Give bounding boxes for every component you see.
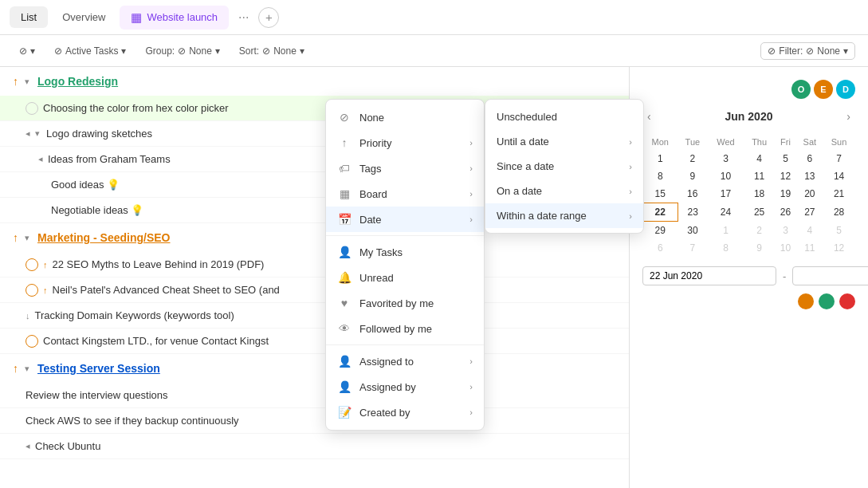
cal-day[interactable]: 2 — [744, 222, 775, 240]
cal-day[interactable]: 9 — [744, 239, 775, 257]
menu-divider — [326, 235, 484, 236]
cal-day[interactable]: 12 — [823, 239, 855, 257]
cal-day[interactable]: 11 — [796, 239, 823, 257]
cal-next-button[interactable]: › — [842, 108, 855, 124]
filter-priority-item[interactable]: ↑ Priority › — [326, 130, 484, 155]
priority-label: Priority — [359, 137, 391, 149]
cal-day[interactable]: 2 — [678, 150, 708, 167]
active-tasks-chevron: ▾ — [121, 45, 126, 57]
cal-day[interactable]: 7 — [678, 239, 708, 257]
cal-day[interactable]: 1 — [708, 222, 744, 240]
cal-day[interactable]: 1 — [643, 150, 678, 167]
date-on-item[interactable]: On a date › — [485, 179, 643, 203]
cal-day[interactable]: 8 — [708, 239, 744, 257]
cal-day[interactable]: 5 — [823, 222, 855, 240]
section-title-logo[interactable]: Logo Redesign — [37, 75, 118, 88]
cal-day[interactable]: 28 — [823, 203, 855, 222]
cal-day[interactable]: 23 — [678, 203, 708, 222]
cal-day[interactable]: 25 — [744, 203, 775, 222]
cal-day[interactable]: 14 — [823, 167, 855, 185]
cal-day[interactable]: 5 — [775, 150, 796, 167]
cal-day[interactable]: 11 — [744, 167, 775, 185]
task-checkbox[interactable] — [26, 284, 38, 297]
filter-createdby-item[interactable]: 📝 Created by › — [326, 399, 484, 425]
color-dot-orange[interactable] — [798, 293, 814, 309]
cal-day[interactable]: 18 — [744, 185, 775, 203]
collapse-icon[interactable]: ▾ — [35, 128, 40, 139]
date-from-input[interactable] — [642, 266, 776, 285]
task-neil-patel[interactable]: ↑ Neil's Patel's Advanced Cheat Sheet to… — [0, 277, 629, 303]
cal-day[interactable]: 4 — [796, 222, 823, 240]
sort-button[interactable]: Sort: ⊘ None ▾ — [233, 42, 311, 60]
tab-list[interactable]: List — [10, 6, 48, 28]
filter-board-item[interactable]: ▦ Board › — [326, 181, 484, 207]
task-checkbox[interactable] — [26, 258, 38, 271]
cal-day[interactable]: 29 — [643, 222, 678, 240]
filter-button[interactable]: ⊘ ▾ — [13, 42, 41, 60]
cal-day[interactable]: 20 — [796, 185, 823, 203]
color-dot-red[interactable] — [839, 293, 855, 309]
color-dot-green[interactable] — [819, 293, 835, 309]
cal-day[interactable]: 3 — [708, 150, 744, 167]
date-until-item[interactable]: Until a date › — [485, 129, 643, 154]
collapse-icon[interactable]: ▾ — [25, 364, 29, 374]
cal-day[interactable]: 6 — [796, 150, 823, 167]
cal-day[interactable]: 27 — [796, 203, 823, 222]
task-seo-myths[interactable]: ↑ 22 SEO Myths to Leave Behind in 2019 (… — [0, 252, 629, 277]
section-title-testing[interactable]: Testing Server Session — [37, 362, 160, 375]
cal-day[interactable]: 17 — [708, 185, 744, 203]
filter-none-item[interactable]: ⊘ None — [326, 104, 484, 130]
active-tasks-button[interactable]: ⊘ Active Tasks ▾ — [48, 42, 132, 60]
filter-assignedto-item[interactable]: 👤 Assigned to › — [326, 348, 484, 374]
filter-followed-item[interactable]: 👁 Followed by me — [326, 316, 484, 341]
tab-website-launch[interactable]: ▦ Website launch — [120, 6, 229, 30]
cal-day[interactable]: 8 — [643, 167, 678, 185]
collapse-icon[interactable]: ▾ — [25, 233, 29, 243]
task-contact-kingstem[interactable]: Contact Kingstem LTD., for venue Contact… — [0, 329, 629, 354]
filter-mytasks-item[interactable]: 👤 My Tasks — [326, 239, 484, 265]
task-tracking-domain[interactable]: ↓ Tracking Domain Keywords (keywords too… — [0, 303, 629, 329]
priority-icon-down: ↓ — [26, 311, 30, 321]
cal-day[interactable]: 10 — [775, 239, 796, 257]
cal-day[interactable]: 16 — [678, 185, 708, 203]
cal-day[interactable]: 3 — [775, 222, 796, 240]
cal-day[interactable]: 21 — [823, 185, 855, 203]
cal-day[interactable]: 10 — [708, 167, 744, 185]
cal-day[interactable]: 19 — [775, 185, 796, 203]
cal-day[interactable]: 12 — [775, 167, 796, 185]
tab-overview[interactable]: Overview — [51, 6, 116, 28]
cal-day[interactable]: 13 — [796, 167, 823, 185]
filter-favorited-item[interactable]: ♥ Favorited by me — [326, 290, 484, 316]
date-since-item[interactable]: Since a date › — [485, 154, 643, 179]
task-checkbox[interactable] — [26, 102, 38, 115]
cal-day[interactable]: 22 — [643, 203, 678, 222]
filter-assignedby-item[interactable]: 👤 Assigned by › — [326, 374, 484, 399]
task-review-interview[interactable]: Review the interview questions — [0, 383, 629, 408]
group-button[interactable]: Group: ⊘ None ▾ — [139, 42, 226, 60]
cal-day[interactable]: 24 — [708, 203, 744, 222]
section-title-marketing[interactable]: Marketing - Seeding/SEO — [37, 231, 170, 244]
filter-value-button[interactable]: ⊘ Filter: ⊘ None ▾ — [760, 42, 855, 60]
date-within-item[interactable]: Within a date range › — [485, 203, 643, 228]
cal-prev-button[interactable]: ‹ — [642, 108, 656, 124]
filter-tags-item[interactable]: 🏷 Tags › — [326, 155, 484, 181]
task-checkbox[interactable] — [26, 335, 38, 348]
add-tab-button[interactable]: + — [258, 7, 279, 28]
cal-day[interactable]: 9 — [678, 167, 708, 185]
section-logo-redesign[interactable]: ↑ ▾ Logo Redesign — [0, 67, 629, 96]
date-to-input[interactable] — [792, 266, 868, 285]
cal-day[interactable]: 4 — [744, 150, 775, 167]
task-check-aws[interactable]: Check AWS to see if they backup continuo… — [0, 408, 629, 434]
cal-day[interactable]: 7 — [823, 150, 855, 167]
section-testing[interactable]: ↑ ▾ Testing Server Session — [0, 354, 629, 383]
collapse-icon[interactable]: ▾ — [25, 77, 29, 87]
tabs-more-button[interactable]: ··· — [232, 7, 255, 28]
task-check-ubuntu[interactable]: ◂ Check Ubuntu — [0, 434, 629, 459]
cal-day[interactable]: 30 — [678, 222, 708, 240]
filter-unread-item[interactable]: 🔔 Unread — [326, 265, 484, 290]
cal-day[interactable]: 15 — [643, 185, 678, 203]
date-unscheduled-item[interactable]: Unscheduled — [485, 104, 643, 129]
cal-day[interactable]: 6 — [643, 239, 678, 257]
cal-day[interactable]: 26 — [775, 203, 796, 222]
filter-date-item[interactable]: 📅 Date › — [326, 207, 484, 232]
